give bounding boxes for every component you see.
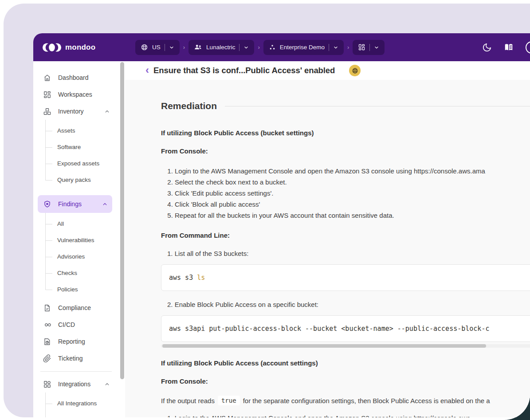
sidebar-item-assets[interactable]: Assets (33, 122, 119, 139)
mondoo-logo[interactable]: mondoo (33, 42, 119, 53)
page-title-bar: ‹ Ensure that S3 is conf...Public Access… (125, 61, 530, 80)
chevron-down-icon[interactable] (169, 45, 174, 50)
chevron-up-icon[interactable] (102, 201, 108, 207)
space-selector[interactable]: Enterprise Demo (263, 40, 344, 55)
sidebar-subitem-label: Vulnerabilities (57, 237, 94, 243)
chevron-down-icon[interactable] (243, 45, 249, 50)
sidebar-item-label: Inventory (58, 108, 84, 115)
mondoo-logo-icon (43, 42, 61, 53)
cluster-icon (269, 44, 276, 51)
list-item: Select the check box next to a bucket. (175, 177, 530, 188)
integrations-subtree: All Integrations Add New Integra (33, 393, 119, 417)
sidebar-item-label: Integrations (58, 381, 90, 388)
inventory-subtree: Assets Software Exposed assets Query pac… (33, 120, 119, 190)
region-label: US (152, 44, 161, 51)
breadcrumb: US › Lunalec (135, 40, 385, 55)
paperclip-icon (43, 354, 51, 363)
subheading-account-settings: If utilizing Block Public Access (accoun… (161, 359, 530, 367)
sidebar-item-cicd[interactable]: CI/CD (33, 316, 119, 333)
sidebar-subitem-label: Assets (57, 127, 75, 134)
code-highlight: ls (197, 274, 205, 282)
report-chart-icon (43, 338, 51, 346)
sidebar-subitem-label: Software (57, 144, 81, 150)
code-block-put-public-access: aws s3api put-public-access-block --buck… (161, 315, 530, 342)
workspaces-icon (43, 90, 51, 99)
workspace-selector[interactable] (353, 40, 385, 55)
sidebar-item-software[interactable]: Software (33, 139, 119, 155)
sidebar-subitem-label: All Integrations (57, 400, 97, 407)
sidebar-subitem-label: All (57, 220, 64, 227)
app-window: mondoo US (33, 33, 530, 417)
provider-badge[interactable] (349, 65, 361, 76)
text-before-code: If the output reads (161, 397, 215, 404)
account-step-1: 1. Login to the AWS Management Console a… (167, 414, 530, 417)
chevron-up-icon[interactable] (104, 109, 110, 114)
sidebar-item-checks[interactable]: Checks (33, 265, 119, 281)
avatar[interactable] (526, 41, 530, 54)
sidebar-item-compliance[interactable]: Compliance (33, 299, 119, 316)
sidebar-item-vulnerabilities[interactable]: Vulnerabilities (33, 232, 119, 248)
breadcrumb-separator: › (258, 44, 259, 51)
sidebar-item-all[interactable]: All (33, 216, 119, 232)
remediation-content: Remediation If utilizing Block Public Ac… (125, 80, 530, 417)
subheading-bucket-settings: If utilizing Block Public Access (bucket… (161, 129, 530, 137)
code-text: aws s3api put-public-access-block --buck… (169, 325, 489, 333)
sidebar-item-inventory[interactable]: Inventory (33, 103, 119, 120)
document-check-icon (43, 304, 51, 312)
organization-label: Lunalectric (206, 44, 235, 51)
top-navigation-bar: mondoo US (33, 33, 530, 61)
sidebar-item-all-integrations[interactable]: All Integrations (33, 395, 119, 412)
sidebar-navigation: Dashboard Workspaces (33, 61, 119, 417)
code-horizontal-scrollbar (161, 344, 530, 348)
chip-divider (239, 44, 239, 51)
subheading-from-console: From Console: (161, 147, 530, 155)
text-after-code: for the separate configuration settings,… (243, 397, 490, 404)
chevron-down-icon[interactable] (374, 45, 379, 50)
shield-bug-icon (43, 200, 51, 208)
sidebar-subitem-label: Add New Integra (57, 416, 102, 417)
rounded-backdrop: mondoo US (0, 0, 530, 420)
sidebar-item-query-packs[interactable]: Query packs (33, 172, 119, 188)
docs-book-icon[interactable] (503, 43, 514, 52)
code-block-s3-ls: aws s3 ls (161, 264, 530, 291)
chevron-up-icon[interactable] (104, 381, 110, 387)
infinity-icon (43, 321, 51, 329)
cli-step-1: 1. List all of the S3 buckets: (167, 250, 530, 257)
sidebar-subitem-label: Exposed assets (57, 160, 99, 167)
subheading-from-console-2: From Console: (161, 377, 530, 385)
chip-divider (329, 44, 329, 51)
sidebar-item-advisories[interactable]: Advisories (33, 248, 119, 265)
sidebar-item-reporting[interactable]: Reporting (33, 333, 119, 350)
chip-divider (369, 44, 370, 51)
inventory-stack-icon (43, 107, 51, 116)
sidebar-item-workspaces[interactable]: Workspaces (33, 86, 119, 103)
sidebar-scrollbar-thumb[interactable] (120, 62, 124, 379)
sidebar-item-exposed-assets[interactable]: Exposed assets (33, 155, 119, 172)
sidebar-item-add-new-integration[interactable]: Add New Integra (33, 412, 119, 417)
lavender-frame: mondoo US (4, 4, 530, 417)
integrations-widgets-icon (43, 380, 51, 389)
sidebar-item-integrations[interactable]: Integrations (33, 376, 119, 393)
sidebar-item-label: Ticketing (58, 355, 83, 362)
chevron-down-icon[interactable] (333, 45, 338, 50)
organization-selector[interactable]: Lunalectric (188, 40, 254, 55)
sidebar-subitem-label: Query packs (57, 177, 91, 183)
space-label: Enterprise Demo (280, 44, 325, 51)
dark-mode-moon-icon[interactable] (482, 43, 492, 52)
code-scrollbar-thumb[interactable] (162, 344, 486, 348)
sidebar-divider (40, 371, 112, 372)
sidebar-item-policies[interactable]: Policies (33, 281, 119, 298)
region-selector[interactable]: US (135, 40, 180, 55)
list-item: Click 'Block all public access' (175, 199, 530, 210)
subheading-from-cli: From Command Line: (161, 232, 530, 239)
sidebar-item-ticketing[interactable]: Ticketing (33, 350, 119, 367)
sidebar-item-findings[interactable]: Findings (38, 195, 112, 213)
sidebar-item-label: CI/CD (58, 321, 75, 328)
code-text: aws s3 (169, 274, 197, 282)
sidebar-subitem-label: Policies (57, 286, 78, 293)
sidebar-item-dashboard[interactable]: Dashboard (33, 69, 119, 86)
section-heading-row: Remediation (161, 101, 530, 111)
main-panel: ‹ Ensure that S3 is conf...Public Access… (125, 61, 530, 417)
brand-name: mondoo (65, 43, 95, 52)
back-button[interactable]: ‹ (145, 65, 149, 75)
